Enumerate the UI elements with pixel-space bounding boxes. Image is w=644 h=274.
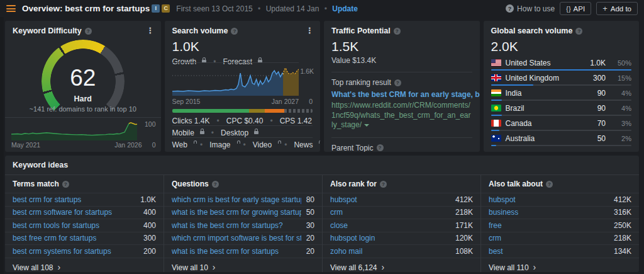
url-text: https://www.reddit.com/r/CRM/comments/1n… xyxy=(331,101,470,129)
traffic-potential-panel: Traffic Potential 1.5K Value $13.4K Top … xyxy=(324,21,480,152)
keyword-volume: 412K xyxy=(455,195,473,204)
country-percent: 15% xyxy=(615,74,631,82)
view-all-link[interactable]: View all 108 xyxy=(5,258,164,273)
help-icon[interactable] xyxy=(575,28,582,35)
top-result-url-link[interactable]: https://www.reddit.com/r/CRM/comments/1n… xyxy=(324,99,480,130)
help-icon[interactable] xyxy=(546,181,553,188)
view-all-link[interactable]: View all 110 xyxy=(481,258,639,273)
keyword-link[interactable]: best crm tools for startups xyxy=(13,221,99,230)
keyword-link[interactable]: what is the best crm for startups? xyxy=(172,221,283,230)
keyword-link[interactable]: which crm import software is best for st… xyxy=(172,234,301,243)
keyword-volume: 400 xyxy=(143,208,156,217)
help-icon[interactable] xyxy=(212,181,219,188)
keyword-link[interactable]: crm xyxy=(330,208,343,217)
keyword-row: what is the best crm for startups?30 xyxy=(164,219,322,232)
mobile-label[interactable]: Mobile xyxy=(172,128,194,137)
panel-title: Traffic Potential xyxy=(331,26,391,35)
dot-separator: • xyxy=(243,140,246,149)
country-list: United States1.0K50%United Kingdom30015%… xyxy=(484,54,640,146)
help-icon[interactable] xyxy=(394,28,401,35)
keyword-link[interactable]: best crm software for startups xyxy=(13,208,112,217)
keyword-row: what is the best crm for startups20 xyxy=(164,245,322,258)
column-header: Also rank for xyxy=(330,180,377,188)
keyword-link[interactable]: hubspot login xyxy=(330,234,375,243)
clicks-segment-paid xyxy=(249,109,265,113)
au-flag-icon xyxy=(491,135,501,142)
global-volume-value: 2.0K xyxy=(484,35,640,54)
country-percent: 4% xyxy=(615,89,631,97)
country-volume: 90 xyxy=(597,89,606,98)
keyword-column: Also talk abouthubspot412Kbusiness316Kfr… xyxy=(480,175,639,272)
country-name: Canada xyxy=(506,119,593,128)
help-icon[interactable] xyxy=(377,144,384,151)
view-all-label: View all 10 xyxy=(172,263,208,272)
keyword-row: business316K xyxy=(481,207,639,220)
country-item[interactable]: United Kingdom30015% xyxy=(491,72,632,86)
keyword-link[interactable]: hubspot xyxy=(330,195,357,204)
keyword-link[interactable]: hubspot xyxy=(489,195,516,204)
image-label[interactable]: Image xyxy=(209,140,230,149)
caret-down-icon[interactable] xyxy=(364,124,369,127)
country-item[interactable]: Australia502% xyxy=(491,132,632,146)
keyword-volume: 20 xyxy=(306,247,314,256)
keyword-link[interactable]: what is the best crm for startups xyxy=(172,247,279,256)
keyword-link[interactable]: zoho mail xyxy=(330,247,362,256)
us-flag-icon xyxy=(491,59,501,66)
dot-separator: • xyxy=(270,117,272,125)
search-volume-panel: Search volume 1.0K Growth • Forecast 1.6… xyxy=(165,21,321,152)
hamburger-menu-icon[interactable] xyxy=(6,5,16,12)
web-label[interactable]: Web xyxy=(172,140,187,149)
chevron-right-icon xyxy=(533,263,536,272)
more-options-icon[interactable] xyxy=(147,28,155,34)
keyword-link[interactable]: which crm is best for early stage startu… xyxy=(172,195,301,204)
keyword-link[interactable]: best crm for startups xyxy=(13,195,81,204)
country-item[interactable]: Canada703% xyxy=(491,117,632,131)
chevron-right-icon xyxy=(382,263,385,272)
update-link[interactable]: Update xyxy=(332,4,358,13)
keyword-link[interactable]: best free crm for startups xyxy=(13,234,96,243)
help-icon[interactable] xyxy=(380,181,387,188)
first-seen-text: First seen 13 Oct 2015 xyxy=(176,4,252,13)
help-icon[interactable] xyxy=(231,28,238,35)
help-icon[interactable] xyxy=(85,28,92,35)
keyword-link[interactable]: best xyxy=(489,247,503,256)
intent-badge-commercial[interactable]: C xyxy=(162,4,170,13)
news-label[interactable]: News xyxy=(294,140,313,149)
video-label[interactable]: Video xyxy=(253,140,272,149)
country-item[interactable]: United States1.0K50% xyxy=(491,57,632,71)
country-name: United Kingdom xyxy=(506,74,589,83)
intent-badge-informational[interactable]: I xyxy=(152,4,160,13)
help-icon[interactable] xyxy=(62,181,69,188)
keyword-link[interactable]: business xyxy=(489,208,518,217)
axis-label-end: Jan 2026 xyxy=(114,141,142,149)
view-all-link[interactable]: View all 10 xyxy=(164,258,322,273)
view-all-label: View all 108 xyxy=(13,263,53,272)
keyword-link[interactable]: close xyxy=(330,221,348,230)
how-to-use-link[interactable]: How to use xyxy=(506,4,555,13)
country-item[interactable]: India904% xyxy=(491,87,632,101)
keyword-row: what is the best crm for growing startup… xyxy=(164,207,322,220)
more-options-icon[interactable] xyxy=(306,28,314,34)
keyword-link[interactable]: free xyxy=(489,221,502,230)
collapsed-sidebar-edge xyxy=(0,17,4,274)
keyword-link[interactable]: what is the best crm for growing startup… xyxy=(172,208,301,217)
keyword-volume: 412K xyxy=(614,195,631,204)
api-button[interactable]: API xyxy=(560,2,591,15)
column-header: Terms match xyxy=(13,180,59,188)
top-result-title-link[interactable]: What's the best CRM for an early stage, … xyxy=(324,87,480,99)
lock-icon xyxy=(200,131,204,134)
clicks-segment-organic xyxy=(172,109,250,113)
add-to-button[interactable]: Add to xyxy=(596,2,638,15)
view-all-link[interactable]: View all 6,124 xyxy=(323,258,480,273)
keyword-link[interactable]: best crm systems for startups xyxy=(13,247,111,256)
help-icon[interactable] xyxy=(394,79,401,86)
keyword-row: best crm systems for startups200 xyxy=(5,245,164,258)
column-header: Also talk about xyxy=(489,180,543,188)
desktop-label[interactable]: Desktop xyxy=(221,128,248,137)
country-item[interactable]: Brazil904% xyxy=(491,102,632,116)
axis-label-start: Sep 2015 xyxy=(172,98,201,105)
keyword-link[interactable]: crm xyxy=(489,234,501,243)
keyword-row: best crm tools for startups400 xyxy=(5,219,164,232)
country-name: India xyxy=(506,89,593,98)
keyword-row: best crm for startups1.0K xyxy=(5,193,164,207)
